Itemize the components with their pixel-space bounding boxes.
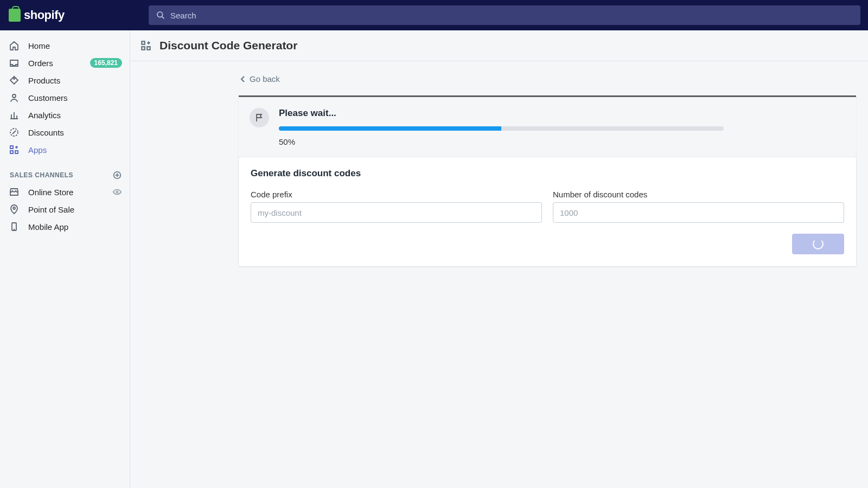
sidebar-item-label: Apps	[28, 145, 122, 155]
sidebar-item-discounts[interactable]: Discounts	[0, 124, 130, 141]
sidebar-item-analytics[interactable]: Analytics	[0, 106, 130, 124]
sidebar-item-label: Customers	[28, 93, 122, 102]
sidebar-item-label: Point of Sale	[28, 205, 122, 214]
person-icon	[9, 92, 20, 103]
progress-fill	[279, 126, 501, 131]
analytics-icon	[9, 110, 20, 120]
sidebar-item-home[interactable]: Home	[0, 37, 130, 54]
progress-title: Please wait...	[279, 108, 845, 119]
mobile-icon	[9, 221, 20, 232]
svg-rect-7	[15, 151, 18, 153]
sidebar-channel-mobile[interactable]: Mobile App	[0, 218, 130, 235]
go-back-link[interactable]: Go back	[240, 74, 280, 84]
sidebar-item-label: Mobile App	[28, 222, 122, 232]
home-icon	[9, 40, 20, 51]
progress-card: Please wait... 50%	[239, 95, 856, 157]
svg-rect-14	[142, 47, 145, 50]
code-prefix-input[interactable]	[251, 202, 542, 223]
svg-rect-5	[10, 146, 13, 149]
count-label: Number of discount codes	[553, 190, 844, 199]
store-icon	[9, 187, 20, 197]
sidebar-item-label: Discounts	[28, 128, 122, 137]
go-back-label: Go back	[250, 74, 280, 84]
orders-badge: 165,821	[90, 58, 122, 68]
sidebar-channel-pos[interactable]: Point of Sale	[0, 201, 130, 218]
sidebar-item-label: Orders	[28, 59, 81, 68]
progress-percent: 50%	[279, 137, 845, 146]
page-title: Discount Code Generator	[159, 39, 297, 52]
svg-point-0	[157, 12, 163, 17]
generate-button-loading[interactable]	[792, 234, 844, 254]
form-title: Generate discount codes	[251, 168, 844, 179]
sidebar-item-label: Products	[28, 76, 122, 85]
pin-icon	[9, 204, 20, 215]
sidebar-item-products[interactable]: Products	[0, 72, 130, 89]
sidebar-item-label: Analytics	[28, 111, 122, 120]
svg-point-2	[14, 78, 15, 79]
brand-logo[interactable]: shopify	[0, 0, 130, 30]
add-channel-icon[interactable]	[112, 170, 122, 180]
shopify-bag-icon	[9, 9, 21, 22]
svg-point-10	[13, 207, 15, 209]
generate-form-card: Generate discount codes Code prefix Numb…	[239, 157, 856, 266]
svg-rect-15	[147, 47, 150, 50]
svg-point-9	[116, 191, 118, 193]
chevron-left-icon	[240, 75, 246, 83]
svg-rect-6	[10, 151, 13, 153]
prefix-label: Code prefix	[251, 190, 542, 199]
topbar: shopify	[0, 0, 868, 30]
svg-line-1	[162, 16, 164, 18]
page-header: Discount Code Generator	[130, 30, 868, 61]
sidebar-item-orders[interactable]: Orders 165,821	[0, 54, 130, 72]
sidebar: Home Orders 165,821 Products Customers A…	[0, 30, 130, 488]
section-title: SALES CHANNELS	[10, 171, 73, 179]
sidebar-item-customers[interactable]: Customers	[0, 89, 130, 106]
apps-icon	[9, 144, 20, 155]
inbox-icon	[9, 57, 20, 68]
svg-point-3	[12, 94, 16, 98]
discount-count-input[interactable]	[553, 202, 844, 223]
sidebar-channel-online-store[interactable]: Online Store	[0, 183, 130, 201]
sidebar-item-label: Online Store	[28, 188, 104, 197]
sidebar-item-label: Home	[28, 41, 122, 50]
discount-icon	[9, 127, 20, 138]
flag-icon-circle	[250, 108, 269, 127]
global-search[interactable]	[149, 5, 860, 25]
apps-icon	[140, 40, 152, 52]
sidebar-item-apps[interactable]: Apps	[0, 141, 130, 158]
tag-icon	[9, 75, 20, 86]
svg-rect-13	[142, 41, 145, 44]
brand-name: shopify	[24, 8, 65, 22]
flag-icon	[254, 112, 265, 123]
search-icon	[156, 11, 165, 20]
search-input[interactable]	[170, 11, 853, 20]
spinner-icon	[813, 239, 824, 249]
progress-bar	[279, 126, 724, 131]
sales-channels-header: SALES CHANNELS	[0, 158, 130, 183]
eye-icon[interactable]	[112, 187, 122, 197]
